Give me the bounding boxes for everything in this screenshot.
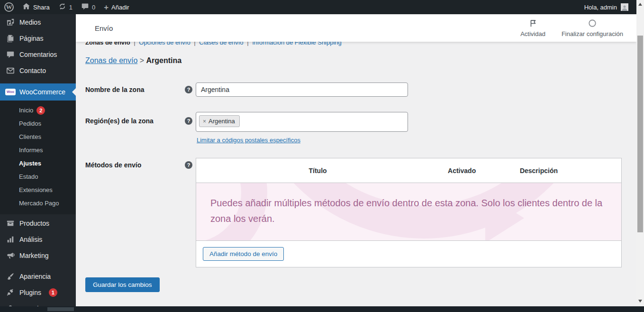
submenu-item-extensiones[interactable]: Extensiones	[0, 184, 76, 197]
submenu-item-pedidos[interactable]: Pedidos	[0, 117, 76, 130]
updates-menu[interactable]: 1	[54, 0, 77, 14]
sidebar-item-label: Medios	[19, 18, 41, 26]
shipping-methods-table: Título Activado Descripción Puedes añadi…	[196, 158, 622, 267]
main-content: Zonas de envío | Opciones de envío | Cla…	[76, 14, 636, 312]
sidebar-item-contact[interactable]: Contacto	[0, 63, 76, 79]
column-header-activado: Activado	[448, 167, 476, 174]
sidebar-separator	[0, 264, 76, 268]
table-header-row: Título Activado Descripción	[196, 158, 621, 183]
shipping-methods-label: Métodos de envío	[85, 161, 180, 169]
sidebar-item-label: WooCommerce	[19, 88, 65, 96]
avatar	[621, 3, 628, 11]
column-header-descripcion: Descripción	[520, 167, 558, 174]
notification-badge: 2	[36, 106, 45, 115]
wordpress-logo-icon: W	[4, 2, 14, 12]
breadcrumb: Zonas de envío > Argentina	[85, 56, 181, 65]
sidebar-item-label: Análisis	[19, 236, 42, 243]
horizontal-scrollbar[interactable]	[0, 306, 644, 312]
zone-region-select[interactable]: × Argentina	[196, 112, 408, 132]
sidebar-item-label: Páginas	[19, 35, 44, 42]
admin-bar: W Shara 1 0 + Añadir Hola, admin	[0, 0, 644, 14]
submenu-item-inicio[interactable]: Inicio 2	[0, 104, 76, 117]
progress-circle-icon	[588, 19, 597, 29]
scroll-up-arrow-icon[interactable]	[638, 3, 642, 6]
vertical-scrollbar-thumb[interactable]	[637, 36, 643, 232]
sidebar-item-woocommerce[interactable]: Woo WooCommerce	[0, 83, 76, 101]
updates-count: 1	[69, 4, 73, 11]
admin-sidebar: Medios Páginas Comentarios Contacto Woo …	[0, 14, 76, 312]
save-changes-button[interactable]: Guardar los cambios	[85, 277, 160, 292]
sidebar-item-media[interactable]: Medios	[0, 14, 76, 30]
account-greeting: Hola, admin	[584, 4, 617, 11]
sidebar-item-analisis[interactable]: Análisis	[0, 231, 76, 248]
megaphone-icon	[6, 251, 15, 260]
sidebar-item-apariencia[interactable]: Apariencia	[0, 268, 76, 284]
site-name-label: Shara	[33, 4, 50, 11]
woocommerce-submenu: Inicio 2 Pedidos Clientes Informes Ajust…	[0, 101, 76, 214]
sidebar-item-pages[interactable]: Páginas	[0, 30, 76, 46]
sidebar-item-label: Apariencia	[19, 273, 51, 280]
sidebar-item-comments[interactable]: Comentarios	[0, 46, 76, 63]
scroll-down-arrow-icon[interactable]	[638, 300, 642, 303]
new-content-label: Añadir	[111, 4, 129, 11]
pages-icon	[6, 34, 15, 43]
sidebar-item-plugins[interactable]: Plugins 1	[0, 284, 76, 301]
sidebar-item-marketing[interactable]: Marketing	[0, 248, 76, 264]
envelope-icon	[6, 66, 15, 75]
add-shipping-method-button[interactable]: Añadir método de envío	[203, 247, 284, 261]
column-header-titulo: Título	[308, 167, 327, 174]
activity-label: Actividad	[520, 30, 545, 37]
flag-icon	[529, 19, 537, 29]
plus-icon: +	[104, 3, 109, 11]
submenu-item-clientes[interactable]: Clientes	[0, 130, 76, 144]
page-title: Envío	[95, 24, 113, 32]
zone-region-label: Región(es) de la zona	[85, 117, 180, 125]
remove-tag-icon[interactable]: ×	[203, 118, 206, 125]
empty-methods-notice: Puedes añadir múltiples métodos de envío…	[196, 183, 621, 240]
breadcrumb-separator: >	[140, 56, 144, 64]
wordpress-logo-menu[interactable]: W	[0, 0, 18, 14]
submenu-item-mercado-pago[interactable]: Mercado Pago	[0, 197, 76, 210]
finish-setup-label: Finalizar configuración	[562, 30, 623, 37]
sidebar-item-label: Productos	[19, 220, 49, 227]
zone-name-label: Nombre de la zona	[85, 86, 180, 93]
plugin-icon	[6, 288, 15, 297]
help-icon[interactable]: ?	[185, 86, 192, 93]
empty-methods-message: Puedes añadir múltiples métodos de envío…	[196, 183, 621, 227]
breadcrumb-zones-link[interactable]: Zonas de envío	[85, 56, 137, 64]
products-box-icon	[6, 219, 15, 228]
submenu-item-ajustes[interactable]: Ajustes	[0, 157, 76, 170]
updates-icon	[58, 2, 66, 12]
account-menu[interactable]: Hola, admin	[580, 0, 633, 14]
new-content-menu[interactable]: + Añadir	[100, 0, 134, 14]
sidebar-item-label: Plugins	[19, 289, 41, 296]
help-icon[interactable]: ?	[185, 117, 192, 125]
table-footer-row: Añadir método de envío	[196, 240, 621, 267]
comments-menu[interactable]: 0	[77, 0, 100, 14]
region-tag: × Argentina	[199, 115, 240, 127]
active-menu-arrow	[72, 88, 76, 96]
vertical-scrollbar[interactable]	[636, 0, 644, 306]
site-name-menu[interactable]: Shara	[18, 0, 54, 14]
finish-setup-button[interactable]: Finalizar configuración	[562, 19, 623, 37]
paintbrush-icon	[6, 272, 15, 281]
zone-name-input[interactable]	[196, 83, 408, 97]
bar-chart-icon	[6, 235, 15, 244]
help-icon[interactable]: ?	[185, 161, 192, 169]
notification-badge: 1	[49, 288, 57, 297]
sidebar-item-productos[interactable]: Productos	[0, 215, 76, 231]
page-header: Envío Actividad Finalizar configuración	[76, 14, 636, 42]
home-icon	[22, 2, 30, 12]
horizontal-scrollbar-thumb[interactable]	[47, 307, 74, 311]
comment-icon	[81, 2, 89, 12]
sidebar-item-label: Marketing	[19, 252, 48, 259]
woocommerce-icon: Woo	[6, 87, 15, 97]
comments-icon	[6, 50, 15, 59]
activity-button[interactable]: Actividad	[520, 19, 545, 37]
limit-postcodes-link[interactable]: Limitar a códigos postales específicos	[197, 137, 300, 144]
comments-count: 0	[92, 4, 95, 11]
region-tag-label: Argentina	[209, 118, 235, 125]
submenu-item-informes[interactable]: Informes	[0, 144, 76, 157]
submenu-item-estado[interactable]: Estado	[0, 170, 76, 184]
sidebar-item-label: Contacto	[19, 67, 46, 74]
